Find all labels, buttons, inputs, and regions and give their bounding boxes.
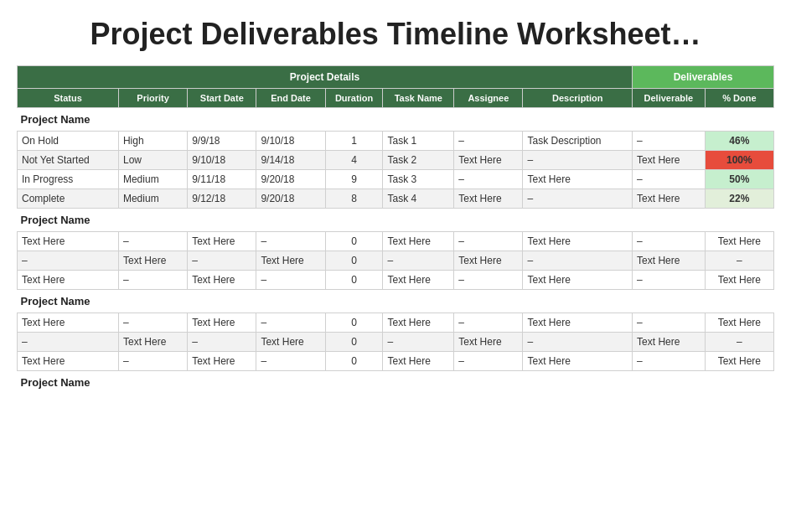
- cell-start-date: 9/10/18: [188, 151, 256, 170]
- cell-end-date: –: [256, 232, 325, 251]
- table-row: CompleteMedium9/12/189/20/188Task 4Text …: [18, 189, 774, 209]
- cell-start-date: Text Here: [188, 232, 256, 251]
- col-status: Status: [18, 89, 119, 108]
- cell-assignee: –: [454, 271, 523, 290]
- cell-duration: 1: [325, 132, 383, 151]
- col-deliverable: Deliverable: [633, 89, 706, 108]
- cell-pct-done: 22%: [705, 189, 773, 209]
- cell-assignee: Text Here: [454, 151, 523, 170]
- table-row: Text Here–Text Here–0Text Here–Text Here…: [18, 313, 774, 333]
- cell-start-date: Text Here: [188, 352, 256, 371]
- cell-task-name: Task 3: [383, 170, 454, 189]
- cell-priority: –: [118, 313, 187, 333]
- cell-end-date: 9/10/18: [256, 132, 325, 151]
- cell-status: Not Yet Started: [18, 151, 119, 170]
- cell-duration: 0: [325, 251, 383, 271]
- table-row: –Text Here–Text Here0–Text Here–Text Her…: [18, 333, 774, 352]
- cell-deliverable: Text Here: [633, 151, 706, 170]
- section-label: Project Name: [18, 108, 774, 132]
- cell-priority: High: [118, 132, 187, 151]
- cell-priority: –: [118, 232, 187, 251]
- cell-priority: Text Here: [118, 333, 187, 352]
- cell-task-name: Task 1: [383, 132, 454, 151]
- cell-status: –: [18, 333, 119, 352]
- section-label: Project Name: [18, 209, 774, 232]
- col-header-row: Status Priority Start Date End Date Dura…: [18, 89, 774, 108]
- cell-duration: 0: [325, 271, 383, 290]
- cell-duration: 4: [325, 151, 383, 170]
- cell-end-date: 9/20/18: [256, 170, 325, 189]
- cell-description: Task Description: [523, 132, 633, 151]
- cell-description: –: [523, 189, 633, 209]
- cell-priority: Medium: [118, 189, 187, 209]
- table-row: –Text Here–Text Here0–Text Here–Text Her…: [18, 251, 774, 271]
- cell-start-date: –: [188, 333, 256, 352]
- table-row: Text Here–Text Here–0Text Here–Text Here…: [18, 352, 774, 371]
- cell-deliverable: Text Here: [633, 251, 706, 271]
- cell-duration: 0: [325, 232, 383, 251]
- cell-assignee: –: [454, 352, 523, 371]
- project-details-header: Project Details: [18, 66, 633, 89]
- cell-status: Complete: [18, 189, 119, 209]
- cell-start-date: 9/11/18: [188, 170, 256, 189]
- table-row: Not Yet StartedLow9/10/189/14/184Task 2T…: [18, 151, 774, 170]
- cell-task-name: Text Here: [383, 352, 454, 371]
- col-description: Description: [523, 89, 633, 108]
- cell-deliverable: –: [633, 232, 706, 251]
- page-title: Project Deliverables Timeline Worksheet…: [17, 8, 774, 65]
- cell-duration: 0: [325, 333, 383, 352]
- cell-pct-done: 50%: [705, 170, 773, 189]
- cell-description: Text Here: [523, 232, 633, 251]
- cell-assignee: –: [454, 170, 523, 189]
- cell-priority: Text Here: [118, 251, 187, 271]
- cell-pct-done: 46%: [705, 132, 773, 151]
- cell-task-name: Task 2: [383, 151, 454, 170]
- cell-status: On Hold: [18, 132, 119, 151]
- cell-start-date: Text Here: [188, 313, 256, 333]
- cell-description: –: [523, 251, 633, 271]
- cell-status: In Progress: [18, 170, 119, 189]
- cell-status: Text Here: [18, 352, 119, 371]
- cell-assignee: Text Here: [454, 189, 523, 209]
- cell-pct-done: –: [705, 333, 773, 352]
- cell-status: Text Here: [18, 271, 119, 290]
- col-end-date: End Date: [256, 89, 325, 108]
- cell-deliverable: –: [633, 170, 706, 189]
- cell-pct-done: –: [705, 251, 773, 271]
- cell-deliverable: Text Here: [633, 189, 706, 209]
- cell-start-date: –: [188, 251, 256, 271]
- cell-priority: –: [118, 271, 187, 290]
- section-label: Project Name: [18, 371, 774, 395]
- cell-deliverable: –: [633, 313, 706, 333]
- cell-pct-done: Text Here: [705, 352, 773, 371]
- cell-deliverable: –: [633, 271, 706, 290]
- cell-duration: 8: [325, 189, 383, 209]
- group-header-row: Project Details Deliverables: [18, 66, 774, 89]
- cell-description: Text Here: [523, 170, 633, 189]
- cell-assignee: –: [454, 313, 523, 333]
- cell-pct-done: Text Here: [705, 313, 773, 333]
- cell-task-name: Task 4: [383, 189, 454, 209]
- col-start-date: Start Date: [188, 89, 256, 108]
- cell-duration: 0: [325, 352, 383, 371]
- cell-end-date: Text Here: [256, 333, 325, 352]
- cell-task-name: Text Here: [383, 232, 454, 251]
- table-row: On HoldHigh9/9/189/10/181Task 1–Task Des…: [18, 132, 774, 151]
- cell-task-name: –: [383, 251, 454, 271]
- project-name-row: Project Name: [18, 371, 774, 395]
- col-assignee: Assignee: [454, 89, 523, 108]
- cell-end-date: –: [256, 313, 325, 333]
- cell-pct-done: 100%: [705, 151, 773, 170]
- cell-task-name: –: [383, 333, 454, 352]
- project-name-row: Project Name: [18, 290, 774, 313]
- cell-start-date: 9/12/18: [188, 189, 256, 209]
- cell-assignee: –: [454, 132, 523, 151]
- cell-task-name: Text Here: [383, 313, 454, 333]
- cell-assignee: –: [454, 232, 523, 251]
- cell-status: –: [18, 251, 119, 271]
- cell-description: –: [523, 151, 633, 170]
- table-row: Text Here–Text Here–0Text Here–Text Here…: [18, 232, 774, 251]
- table-row: In ProgressMedium9/11/189/20/189Task 3–T…: [18, 170, 774, 189]
- table-row: Text Here–Text Here–0Text Here–Text Here…: [18, 271, 774, 290]
- cell-deliverable: –: [633, 352, 706, 371]
